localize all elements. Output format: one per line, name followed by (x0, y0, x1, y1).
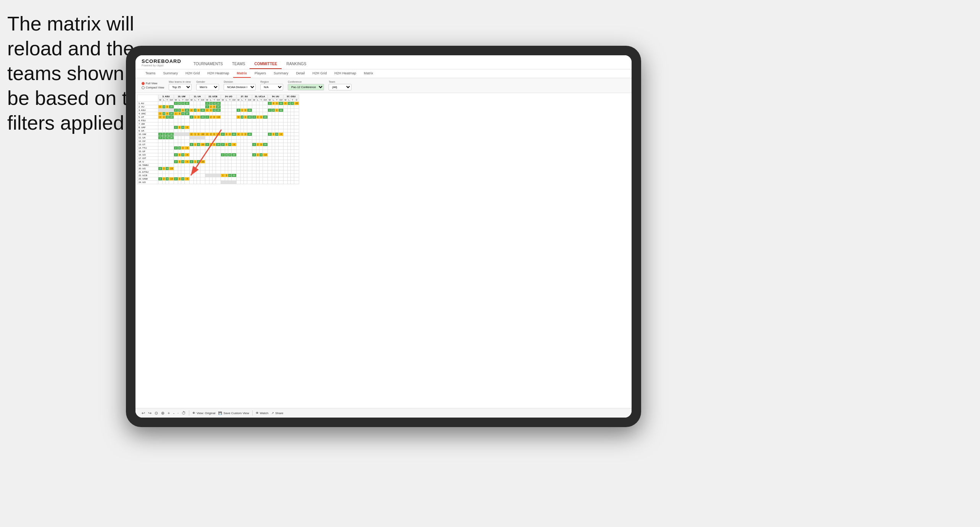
matrix-cell (193, 177, 197, 181)
compact-view-radio[interactable]: Compact View (142, 86, 164, 89)
gender-select[interactable]: Men's (196, 84, 219, 90)
matrix-cell (169, 174, 174, 177)
matrix-cell (221, 140, 225, 143)
matrix-cell (279, 164, 284, 167)
matrix-cell (294, 153, 299, 157)
tab-teams[interactable]: Teams (142, 69, 160, 78)
matrix-cell (185, 136, 190, 140)
division-select[interactable]: NCAA Division I (224, 84, 256, 90)
matrix-cell (263, 109, 268, 112)
matrix-cell (247, 102, 252, 105)
matrix-cell: 0 (228, 133, 232, 136)
zoom-out-icon[interactable]: - (173, 411, 174, 415)
matrix-cell: 0 (228, 143, 232, 146)
matrix-cell (260, 177, 263, 181)
matrix-cell (240, 157, 244, 160)
tab-players-h2h-grid[interactable]: H2H Grid (309, 69, 331, 78)
matrix-cell (228, 177, 232, 181)
refresh-icon[interactable]: ⊙ (155, 411, 158, 416)
team-select[interactable]: (All) (329, 84, 351, 90)
tab-summary[interactable]: Summary (160, 69, 182, 78)
matrix-cell (291, 164, 294, 167)
matrix-cell (216, 174, 221, 177)
matrix-cell (294, 112, 299, 116)
matrix-cell: 2 (190, 160, 194, 164)
matrix-cell (256, 167, 260, 170)
ucb-t: T (213, 98, 216, 102)
nav-teams[interactable]: TEAMS (227, 59, 250, 69)
matrix-cell (213, 177, 216, 181)
tab-players-summary[interactable]: Summary (270, 69, 292, 78)
matrix-cell (185, 119, 190, 122)
matrix-cell (221, 109, 225, 112)
matrix-cell (268, 160, 272, 164)
nav-committee[interactable]: COMMITTEE (250, 59, 282, 69)
matrix-cell (279, 160, 284, 164)
matrix-cell (193, 150, 197, 153)
matrix-cell: 3 (162, 133, 166, 136)
matrix-cell: -5 (185, 153, 190, 157)
tab-players-h2h-heatmap[interactable]: H2H Heatmap (330, 69, 360, 78)
conference-select[interactable]: Pac-12 Conference (288, 84, 324, 90)
undo-icon[interactable]: ↩ (142, 411, 145, 416)
row-label: 22. UCB (137, 174, 158, 177)
zoom-fit-icon[interactable]: ⊕ (161, 411, 164, 416)
matrix-cell (205, 164, 210, 167)
matrix-cell (225, 105, 228, 109)
full-view-radio[interactable]: Full View (142, 82, 164, 85)
matrix-cell (228, 119, 232, 122)
tab-players[interactable]: Players (251, 69, 270, 78)
matrix-cell (244, 102, 247, 105)
nav-tournaments[interactable]: TOURNAMENTS (189, 59, 227, 69)
table-row: 19. TAMU (137, 164, 299, 167)
ucla-dif: Dif (263, 98, 268, 102)
logo-powered: Powered by clippd (142, 64, 181, 67)
zoom-in-icon[interactable]: + (168, 411, 170, 415)
matrix-cell (268, 143, 272, 146)
save-custom-btn[interactable]: 💾 Save Custom View (218, 411, 249, 415)
matrix-cell (166, 170, 169, 174)
division-label: Division (224, 80, 256, 83)
matrix-cell (197, 174, 200, 177)
matrix-cell (291, 112, 294, 116)
su-l: L (240, 98, 244, 102)
matrix-cell (287, 129, 291, 133)
tab-players-matrix[interactable]: Matrix (360, 69, 377, 78)
share-btn[interactable]: ↗ Share (271, 411, 283, 415)
matrix-cell (178, 122, 181, 126)
matrix-cell (263, 126, 268, 129)
matrix-cell (225, 112, 228, 116)
nav-rankings[interactable]: RANKINGS (282, 59, 311, 69)
matrix-cell (252, 164, 256, 167)
matrix-cell (256, 140, 260, 143)
matrix-cell: 0 (190, 133, 194, 136)
matrix-cell: 0 (190, 109, 194, 112)
matrix-content[interactable]: 3. ASU 10. UW 11. UA 22. UCB 24. UO 27. … (135, 93, 632, 408)
matrix-cell (216, 119, 221, 122)
matrix-cell (169, 181, 174, 184)
matrix-cell: 0 (213, 105, 216, 109)
view-original-btn[interactable]: 👁 View: Original (192, 411, 215, 415)
watch-btn[interactable]: 👁 Watch (256, 411, 268, 415)
timer-icon[interactable]: ⏱ (182, 411, 186, 415)
matrix-cell: 0 (205, 109, 210, 112)
matrix-cell (247, 164, 252, 167)
matrix-cell (190, 181, 194, 184)
matrix-cell (190, 174, 194, 177)
region-select[interactable]: N/A (260, 84, 283, 90)
matrix-cell (228, 109, 232, 112)
tab-matrix[interactable]: Matrix (233, 69, 251, 78)
tab-detail[interactable]: Detail (292, 69, 309, 78)
matrix-cell (291, 150, 294, 153)
matrix-cell (275, 164, 279, 167)
matrix-cell (200, 129, 205, 133)
tab-h2h-heatmap[interactable]: H2H Heatmap (204, 69, 233, 78)
tab-h2h-grid[interactable]: H2H Grid (182, 69, 204, 78)
redo-icon[interactable]: ↪ (148, 411, 152, 416)
matrix-cell (200, 119, 205, 122)
matrix-cell: 20 (232, 133, 237, 136)
max-teams-select[interactable]: Top 25 (169, 84, 192, 90)
matrix-cell (174, 129, 178, 133)
matrix-cell (209, 181, 213, 184)
matrix-cell (185, 143, 190, 146)
